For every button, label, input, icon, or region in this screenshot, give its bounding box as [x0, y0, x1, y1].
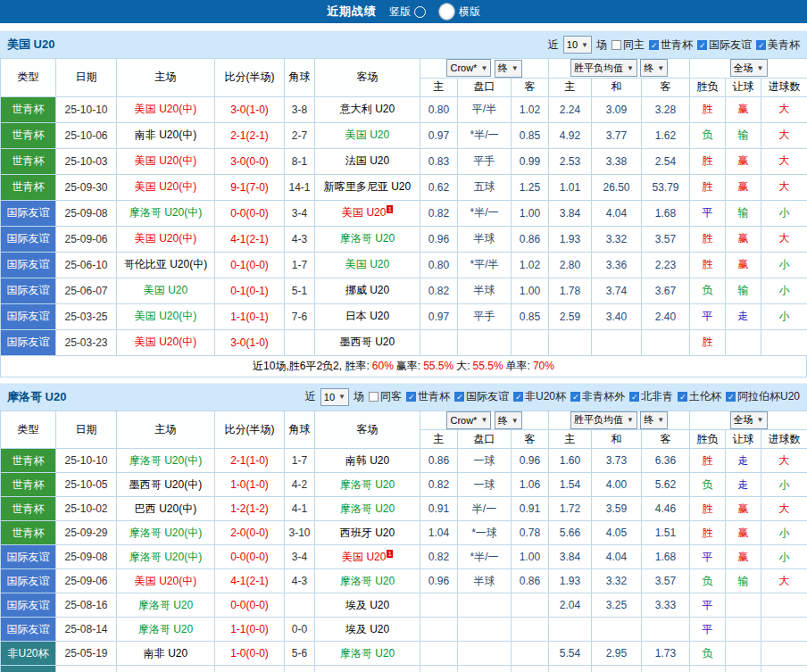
odds-final-select[interactable]: 终▼	[495, 60, 522, 78]
away-team-link[interactable]: 南韩 U20	[345, 454, 389, 467]
home-team-link[interactable]: 巴西 U20(中)	[135, 502, 196, 515]
filter-checkbox[interactable]: 国际友谊	[697, 37, 752, 53]
away-team-link[interactable]: 日本 U20	[345, 310, 389, 322]
away-team-link[interactable]: 摩洛哥 U20	[340, 478, 395, 491]
corners-cell: 14-1	[285, 174, 315, 200]
summary-segment: 赢率:	[396, 359, 420, 374]
away-team-link[interactable]: 摩洛哥 U20	[340, 502, 395, 515]
home-team-link[interactable]: 摩洛哥 U20(中)	[129, 551, 202, 563]
checkbox-icon[interactable]	[697, 40, 707, 50]
home-team-link[interactable]: 美国 U20(中)	[135, 232, 196, 245]
filter-checkbox[interactable]: 美青杯	[756, 37, 800, 53]
handicap: 半/一	[458, 497, 512, 521]
avg-odds-select[interactable]: 胜平负均值▼	[570, 59, 637, 77]
vertical-option[interactable]: 竖版	[389, 4, 426, 20]
sub-col-header: 让球	[726, 430, 761, 449]
sub-col-header: 让球	[726, 78, 761, 96]
away-team-link[interactable]: 摩洛哥 U20	[340, 575, 395, 587]
home-team-link[interactable]: 摩洛哥 U20(中)	[129, 527, 202, 539]
avg-away: 5.62	[642, 473, 690, 497]
avg-final-select[interactable]: 终▼	[640, 59, 668, 77]
result-handicap: 走	[726, 473, 761, 497]
home-team-link[interactable]: 美国 U20(中)	[135, 180, 196, 193]
filter-checkbox[interactable]: 同主	[611, 37, 645, 53]
filter-checkbox[interactable]: 阿拉伯杯U20	[726, 389, 800, 404]
away-team-link[interactable]: 西班牙 U20	[340, 527, 395, 539]
score-cell: 1-2(1-2)	[215, 497, 285, 521]
away-odds: 0.85	[512, 303, 549, 329]
home-team-link[interactable]: 墨西哥 U20(中)	[129, 478, 202, 491]
checkbox-icon[interactable]	[513, 392, 523, 402]
checkbox-icon[interactable]	[629, 392, 639, 402]
avg-odds-select[interactable]: 胜平负均值▼	[570, 411, 637, 429]
home-team-link[interactable]: 美国 U20(中)	[135, 154, 196, 167]
scope-select-value: 全场	[734, 62, 753, 75]
filter-checkbox[interactable]: 土伦杯	[678, 389, 721, 404]
avg-home: 1.54	[549, 473, 592, 497]
crown-odds-select[interactable]: Crow*▼	[446, 59, 491, 77]
home-team-link[interactable]: 摩洛哥 U20(中)	[129, 206, 202, 219]
checkbox-icon[interactable]	[678, 392, 687, 402]
away-team-link[interactable]: 美国 U20	[342, 206, 386, 219]
checkbox-icon[interactable]	[726, 392, 736, 402]
away-team-link[interactable]: 新喀里多尼亚 U20	[324, 180, 411, 193]
checkbox-icon[interactable]	[756, 40, 766, 50]
filter-checkbox[interactable]: 世青杯	[406, 389, 450, 404]
home-team-link[interactable]: 美国 U20(中)	[135, 575, 196, 587]
result-goals: 大	[761, 174, 807, 200]
result-wdl: 胜	[690, 148, 726, 174]
horizontal-option[interactable]: 横版	[438, 3, 480, 21]
away-team-cell: 美国 U201	[315, 200, 420, 226]
result-wdl: 平	[690, 545, 726, 569]
checkbox-icon[interactable]	[454, 392, 464, 402]
filter-checkbox[interactable]: 非U20杯	[513, 389, 566, 404]
away-team-link[interactable]: 摩洛哥 U20	[340, 232, 395, 245]
home-team-link[interactable]: 美国 U20	[144, 284, 187, 296]
home-team-link[interactable]: 美国 U20(中)	[135, 103, 196, 115]
away-odds: 1.00	[512, 278, 549, 303]
away-team-link[interactable]: 埃及 U20	[345, 623, 389, 635]
home-team-link[interactable]: 摩洛哥 U20	[138, 623, 193, 635]
home-team-link[interactable]: 南非 U20(中)	[135, 129, 196, 141]
away-team-link[interactable]: 挪威 U20	[345, 284, 389, 296]
match-date: 25-10-10	[56, 96, 117, 122]
result-goals	[761, 642, 807, 666]
checkbox-icon[interactable]	[570, 392, 580, 402]
horizontal-radio-icon[interactable]	[438, 3, 455, 21]
scope-select[interactable]: 全场▼	[730, 59, 768, 77]
filter-checkbox[interactable]: 世青杯	[649, 37, 693, 53]
home-team-link[interactable]: 摩洛哥 U20(中)	[129, 454, 202, 467]
away-team-link[interactable]: 埃及 U20	[345, 599, 389, 611]
odds-final-select[interactable]: 终▼	[495, 411, 522, 429]
away-team-link[interactable]: 墨西哥 U20	[340, 336, 395, 348]
checkbox-icon[interactable]	[406, 392, 416, 402]
away-team-link[interactable]: 法国 U20	[345, 154, 389, 167]
match-count-select[interactable]: 10▼	[320, 388, 349, 406]
avg-final-select[interactable]: 终▼	[640, 411, 668, 429]
filter-checkbox[interactable]: 非青杯外	[570, 389, 625, 404]
checkbox-icon[interactable]	[369, 392, 379, 402]
result-handicap: 赢	[726, 252, 761, 278]
filter-checkbox[interactable]: 国际友谊	[454, 389, 509, 404]
away-team-cell: 意大利 U20	[315, 96, 420, 122]
home-team-link[interactable]: 美国 U20(中)	[135, 336, 196, 348]
filter-checkbox[interactable]: 同客	[369, 389, 402, 404]
chevron-down-icon: ▼	[627, 416, 634, 424]
away-team-link[interactable]: 摩洛哥 U20	[340, 647, 395, 660]
filter-checkbox[interactable]: 北非青	[629, 389, 673, 404]
home-team-link[interactable]: 美国 U20(中)	[135, 310, 196, 322]
away-team-link[interactable]: 美国 U20	[345, 129, 389, 141]
scope-select[interactable]: 全场▼	[730, 411, 768, 429]
vertical-radio-icon[interactable]	[414, 6, 426, 18]
home-team-link[interactable]: 哥伦比亚 U20(中)	[124, 258, 207, 270]
match-count-select[interactable]: 10▼	[563, 36, 592, 54]
filter-row: 近10▼场同客世青杯国际友谊非U20杯非青杯外北非青土伦杯阿拉伯杯U20	[305, 388, 800, 406]
checkbox-icon[interactable]	[611, 40, 621, 50]
away-team-link[interactable]: 美国 U20	[345, 258, 389, 270]
home-team-link[interactable]: 摩洛哥 U20	[138, 599, 193, 611]
checkbox-icon[interactable]	[649, 40, 659, 50]
crown-odds-select[interactable]: Crow*▼	[446, 411, 491, 429]
away-team-link[interactable]: 美国 U20	[342, 551, 386, 563]
away-team-link[interactable]: 意大利 U20	[340, 103, 395, 115]
home-team-link[interactable]: 南非 U20	[144, 647, 187, 660]
